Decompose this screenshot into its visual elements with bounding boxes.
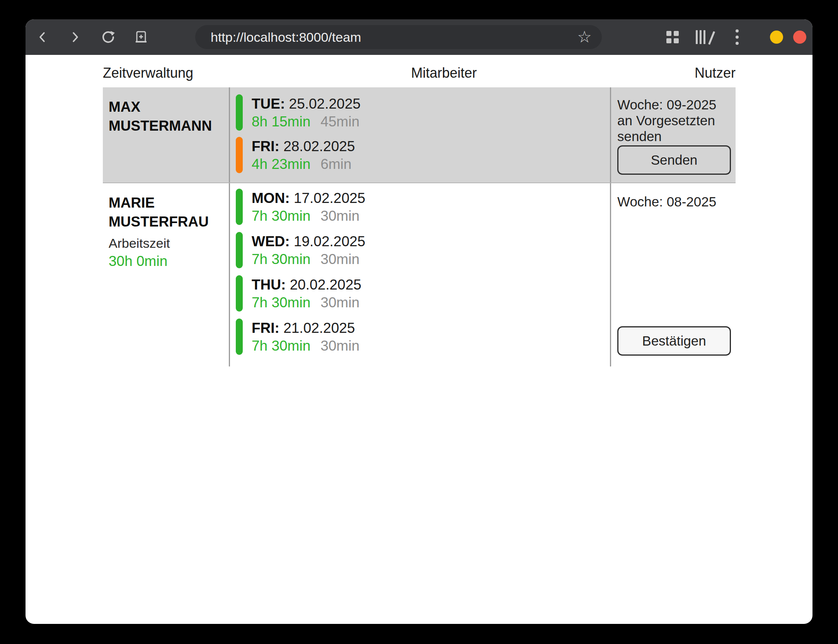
day-date-line: TUE: 25.02.2025 [252, 95, 361, 113]
nav-item-mitarbeiter[interactable]: Mitarbeiter [411, 65, 477, 81]
top-navigation: Zeitverwaltung Mitarbeiter Nutzer [103, 65, 736, 81]
day-text: FRI: 28.02.2025 4h 23min6min [252, 137, 355, 173]
day-times-line: 4h 23min6min [252, 155, 355, 173]
day-date: 20.02.2025 [290, 277, 361, 293]
new-tab-button[interactable] [133, 29, 149, 45]
employee-name-cell: MARIE MUSTERFRAU Arbeitszeit 30h 0min [103, 183, 229, 366]
day-text: THU: 20.02.2025 7h 30min30min [252, 275, 361, 312]
employee-name-cell: MAX MUSTERMANN [103, 87, 229, 182]
day-date: 21.02.2025 [283, 320, 355, 336]
page-content: Zeitverwaltung Mitarbeiter Nutzer MAX MU… [26, 65, 812, 366]
day-entry: THU: 20.02.2025 7h 30min30min [230, 275, 610, 312]
day-entry: WED: 19.02.2025 7h 30min30min [230, 232, 610, 268]
day-date: 25.02.2025 [289, 96, 361, 112]
back-button[interactable] [35, 29, 50, 45]
day-date: 19.02.2025 [294, 233, 365, 249]
url-text[interactable]: http://localhost:8000/team [211, 30, 577, 45]
reload-button[interactable] [100, 29, 116, 45]
employee-week-cell: Woche: 08-2025 Bestätigen [610, 183, 736, 366]
day-times-line: 7h 30min30min [252, 250, 365, 268]
worked-time: 7h 30min [252, 338, 310, 354]
employee-name-line: MAX [109, 97, 229, 116]
day-date-line: FRI: 21.02.2025 [252, 319, 359, 337]
employee-days-cell: TUE: 25.02.2025 8h 15min45min FRI: 28.02… [229, 87, 610, 182]
nav-item-nutzer[interactable]: Nutzer [695, 65, 736, 81]
day-status-bar [236, 189, 243, 225]
bookmark-star-icon[interactable]: ☆ [577, 29, 592, 45]
worked-time: 8h 15min [252, 114, 310, 129]
employee-name-line: MUSTERFRAU [109, 212, 229, 231]
day-date-line: FRI: 28.02.2025 [252, 138, 355, 155]
day-status-bar [236, 94, 243, 131]
worktime-value: 30h 0min [109, 253, 229, 270]
close-window-button[interactable] [793, 31, 806, 44]
week-note-line: senden [617, 128, 736, 144]
day-label: FRI: [252, 138, 279, 154]
day-label: WED: [252, 233, 290, 249]
kebab-menu-icon [736, 29, 739, 45]
senden-button[interactable]: Senden [617, 145, 731, 175]
day-label: MON: [252, 190, 290, 206]
back-chevron-icon [36, 31, 49, 44]
pause-time: 6min [320, 156, 351, 172]
address-bar[interactable]: http://localhost:8000/team ☆ [195, 25, 602, 49]
forward-chevron-icon [68, 31, 82, 44]
employee-days-cell: MON: 17.02.2025 7h 30min30min WED: 19.02… [229, 183, 610, 366]
day-label: TUE: [252, 96, 285, 112]
day-entry: MON: 17.02.2025 7h 30min30min [230, 189, 610, 225]
day-times-line: 7h 30min30min [252, 294, 361, 312]
pause-time: 45min [320, 114, 359, 129]
reload-icon [100, 29, 116, 45]
new-tab-icon [134, 30, 148, 44]
day-entry: TUE: 25.02.2025 8h 15min45min [230, 94, 610, 131]
menu-button[interactable] [729, 29, 745, 45]
worked-time: 7h 30min [252, 295, 310, 310]
day-date: 28.02.2025 [283, 138, 355, 154]
day-status-bar [236, 275, 243, 312]
grid-icon [666, 31, 679, 43]
table-row-marie-musterfrau: MARIE MUSTERFRAU Arbeitszeit 30h 0min MO… [103, 183, 736, 366]
week-label: Woche: 09-2025 [617, 97, 736, 112]
table-row-max-mustermann: MAX MUSTERMANN TUE: 25.02.2025 8h 15min4… [103, 87, 736, 183]
employee-name-line: MARIE [109, 193, 229, 212]
library-button[interactable] [696, 29, 712, 45]
day-text: FRI: 21.02.2025 7h 30min30min [252, 319, 359, 355]
library-books-icon [696, 30, 712, 44]
employee-table: MAX MUSTERMANN TUE: 25.02.2025 8h 15min4… [103, 87, 736, 366]
worked-time: 7h 30min [252, 208, 310, 224]
worked-time: 7h 30min [252, 251, 310, 267]
day-status-bar [236, 319, 243, 355]
day-entry: FRI: 28.02.2025 4h 23min6min [230, 137, 610, 173]
day-text: MON: 17.02.2025 7h 30min30min [252, 189, 365, 225]
day-entry: FRI: 21.02.2025 7h 30min30min [230, 319, 610, 355]
day-label: FRI: [252, 320, 279, 336]
bestaetigen-button[interactable]: Bestätigen [617, 326, 731, 356]
forward-button[interactable] [67, 29, 83, 45]
day-date-line: MON: 17.02.2025 [252, 189, 365, 207]
day-times-line: 8h 15min45min [252, 113, 361, 131]
minimize-window-button[interactable] [770, 31, 783, 44]
week-note-line: an Vorgesetzten [617, 112, 736, 128]
day-date-line: WED: 19.02.2025 [252, 233, 365, 250]
worktime-label: Arbeitszeit [109, 235, 229, 251]
browser-window: http://localhost:8000/team ☆ Zeitverwalt… [26, 19, 812, 624]
employee-week-cell: Woche: 09-2025 an Vorgesetzten senden Se… [610, 87, 736, 182]
day-status-bar [236, 137, 243, 173]
day-date-line: THU: 20.02.2025 [252, 276, 361, 294]
employee-name-line: MUSTERMANN [109, 116, 229, 135]
browser-toolbar: http://localhost:8000/team ☆ [26, 19, 812, 55]
pause-time: 30min [320, 338, 359, 354]
applications-grid-button[interactable] [665, 29, 680, 45]
day-status-bar [236, 232, 243, 268]
pause-time: 30min [320, 251, 359, 267]
day-label: THU: [252, 277, 286, 293]
worked-time: 4h 23min [252, 156, 310, 172]
day-text: WED: 19.02.2025 7h 30min30min [252, 232, 365, 268]
pause-time: 30min [320, 295, 359, 310]
day-times-line: 7h 30min30min [252, 337, 359, 355]
nav-item-zeitverwaltung[interactable]: Zeitverwaltung [103, 65, 193, 81]
week-label: Woche: 08-2025 [617, 194, 736, 210]
day-date: 17.02.2025 [294, 190, 365, 206]
day-text: TUE: 25.02.2025 8h 15min45min [252, 94, 361, 131]
pause-time: 30min [320, 208, 359, 224]
